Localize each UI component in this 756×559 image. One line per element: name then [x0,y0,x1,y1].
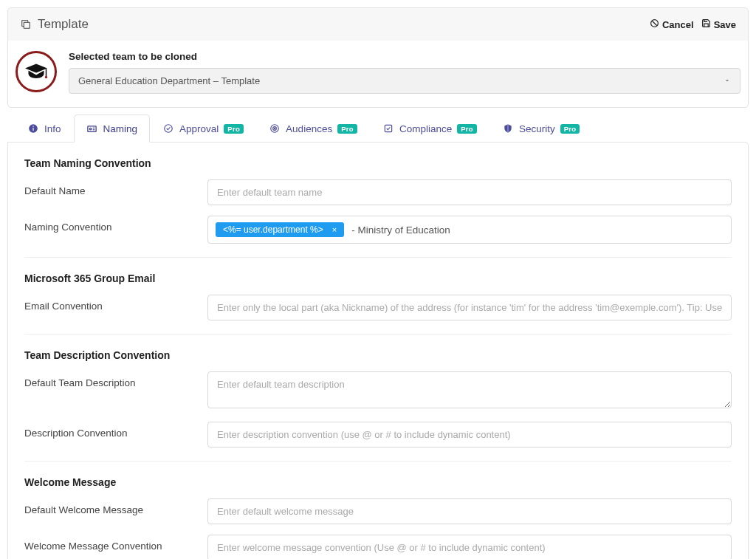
token-remove-icon[interactable]: × [329,225,340,234]
naming-convention-label: Naming Convention [24,216,207,233]
welcome-convention-input[interactable] [207,535,732,559]
page-title: Template [38,17,89,32]
svg-rect-15 [385,125,391,131]
team-select-value: General Education Department – Template [78,75,260,86]
copy-icon [20,18,32,30]
default-welcome-label: Default Welcome Message [24,498,207,515]
svg-point-8 [89,128,92,130]
target-icon [269,123,281,134]
desc-convention-label: Description Convention [24,422,207,439]
pro-badge: Pro [224,124,244,134]
svg-point-3 [45,76,47,78]
caret-down-icon [724,75,731,86]
divider [24,334,732,335]
desc-convention-input[interactable] [207,422,732,447]
email-convention-label: Email Convention [24,295,207,312]
default-desc-input[interactable] [207,371,732,408]
shield-icon [502,123,514,134]
token-user-department: <%= user.department %> × [216,222,344,237]
section-team-desc: Team Description Convention [24,349,732,361]
clone-label: Selected team to be cloned [69,51,740,62]
tab-audiences[interactable]: Audiences Pro [256,114,370,143]
team-select[interactable]: General Education Department – Template [69,68,740,94]
naming-suffix-text: - Ministry of Education [351,224,450,236]
tab-security[interactable]: Security Pro [489,114,593,143]
tab-info[interactable]: Info [15,114,74,143]
pro-badge: Pro [337,124,357,134]
section-welcome: Welcome Message [24,476,732,488]
cancel-icon [650,18,659,30]
email-convention-input[interactable] [207,295,732,320]
tab-compliance[interactable]: Compliance Pro [370,114,489,143]
checkbox-icon [382,123,394,134]
svg-rect-0 [24,22,30,28]
tab-naming[interactable]: Naming [74,114,151,143]
pro-badge: Pro [560,124,580,134]
save-icon [701,18,711,30]
default-name-input[interactable] [207,179,732,205]
check-circle-icon [162,123,174,134]
divider [24,461,732,462]
default-name-label: Default Name [24,179,207,196]
pro-badge: Pro [457,124,477,134]
info-icon [27,123,39,134]
svg-point-6 [32,126,34,127]
default-desc-label: Default Team Description [24,371,207,388]
svg-rect-5 [32,128,33,131]
team-avatar [16,51,57,92]
welcome-convention-label: Welcome Message Convention [24,535,207,552]
cancel-button-top[interactable]: Cancel [650,18,694,30]
divider [24,257,732,258]
tab-approval[interactable]: Approval Pro [150,114,256,143]
section-group-email: Microsoft 365 Group Email [24,272,732,284]
id-card-icon [86,123,98,134]
save-button-top[interactable]: Save [701,18,736,30]
section-team-naming: Team Naming Convention [24,157,732,169]
default-welcome-input[interactable] [207,498,732,524]
svg-point-11 [165,125,173,133]
naming-convention-input[interactable]: <%= user.department %> × - Ministry of E… [207,216,732,244]
svg-point-14 [275,128,275,128]
